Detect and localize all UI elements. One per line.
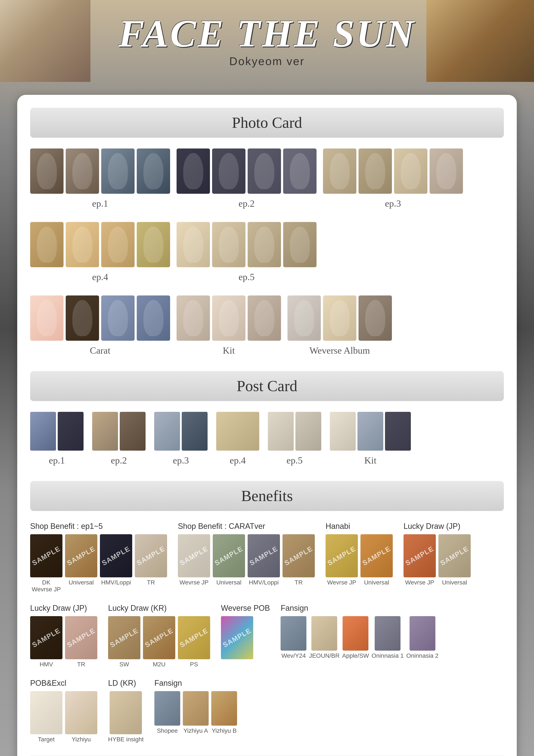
photocard-title: Photo Card	[39, 114, 495, 132]
postcard-ep5-1	[268, 412, 294, 451]
postcard-title: Post Card	[39, 377, 495, 395]
fansign1-sub-5: Oninnasia 2	[406, 652, 438, 659]
carat-cards	[30, 295, 170, 341]
postcard-ep5-label: ep.5	[287, 455, 303, 466]
fansign1-img-5	[410, 616, 435, 651]
postcard-kit-cards	[330, 412, 411, 451]
weverse-cards	[288, 295, 392, 341]
ep4-card-1	[30, 222, 64, 267]
ld-kr-img-3: SAMPLE	[178, 616, 210, 659]
ld-jp2-img-1: SAMPLE	[30, 616, 63, 659]
fansign2-card-3: Yizhiyu B	[211, 691, 237, 734]
photocard-section: Photo Card ep.1	[30, 108, 504, 356]
kit-label: Kit	[223, 345, 235, 356]
postcard-row: ep.1 ep.2 ep.3	[30, 412, 504, 466]
postcard-ep3-cards	[154, 412, 208, 451]
lucky-draw-kr-cards: SAMPLE SW SAMPLE M2U SAMPLE	[108, 616, 210, 668]
ep4-cards	[30, 222, 170, 267]
shop-ep-img-3: SAMPLE	[100, 534, 132, 577]
fansign2-sub-3: Yizhiyu B	[212, 727, 237, 734]
carat-benefit-sub-4: TR	[294, 579, 302, 586]
postcard-ep4-1	[216, 412, 259, 451]
postcard-ep5-group: ep.5	[268, 412, 321, 466]
ld-kr2-img-1	[110, 691, 142, 734]
postcard-section: Post Card ep.1 ep.2	[30, 371, 504, 466]
carat-benefit-img-1: SAMPLE	[178, 534, 210, 577]
ep3-card-2	[359, 148, 392, 194]
hanabi-sub-2: Universal	[364, 579, 389, 586]
fansign1-img-1	[281, 616, 306, 651]
ld-jp2-img-2: SAMPLE	[65, 616, 97, 659]
ld-kr-card-1: SAMPLE SW	[108, 616, 140, 668]
shop-ep-sub-3: HMV/Loppi	[101, 579, 131, 586]
carat-card-3: SAMPLE HMV/Loppi	[248, 534, 280, 586]
carat-benefit-sub-3: HMV/Loppi	[249, 579, 279, 586]
postcard-ep3-label: ep.3	[173, 455, 189, 466]
weverse-pob-card-1: SAMPLE	[221, 616, 253, 661]
ld-kr2-label: LD (KR)	[108, 679, 144, 688]
hero-section: FACE THE SUN Dokyeom ver	[0, 0, 534, 82]
carat-card-4: SAMPLE TR	[283, 534, 315, 586]
carat-card-3	[101, 295, 135, 341]
carat-benefit-sub-1: Wevrse JP	[180, 579, 209, 586]
ld-jp1-img-1: SAMPLE	[403, 534, 436, 577]
postcard-ep2-2	[120, 412, 145, 451]
shop-ep-img-4: SAMPLE	[135, 534, 167, 577]
shop-ep-card-2: SAMPLE Universal	[65, 534, 97, 593]
hanabi-cards: SAMPLE Wevrse JP SAMPLE Universal	[326, 534, 393, 586]
photocard-row-3: Carat Kit Weverse Album	[30, 295, 504, 356]
ld-kr2-group: LD (KR) HYBE insight	[108, 679, 144, 743]
ld-kr2-sub-1: HYBE insight	[108, 736, 144, 743]
photocard-header: Photo Card	[30, 108, 504, 138]
pob-excl-img-1	[30, 691, 63, 734]
fansign2-card-2: Yizhiyu A	[183, 691, 209, 734]
postcard-kit-label: Kit	[364, 455, 376, 466]
shop-ep-sub-1: DKWevrse JP	[32, 579, 61, 593]
lucky-draw-kr-group: Lucky Draw (KR) SAMPLE SW SAMPLE M2U	[108, 604, 210, 668]
ld-jp2-sub-1: HMV	[39, 661, 53, 668]
carat-card-4	[137, 295, 170, 341]
pob-excl-group: POB&Excl Target Yizhiyu	[30, 679, 97, 743]
ep4-card-2	[66, 222, 99, 267]
fansign2-img-3	[211, 691, 237, 726]
shop-benefit-carat-label: Shop Benefit : CARATver	[178, 522, 315, 531]
carat-card-1	[30, 295, 64, 341]
pob-excl-card-2: Yizhiyu	[65, 691, 97, 743]
ep4-card-3	[101, 222, 135, 267]
shop-ep-card-1: SAMPLE DKWevrse JP	[30, 534, 63, 593]
hanabi-card-1: SAMPLE Wevrse JP	[326, 534, 358, 586]
ep3-cards	[323, 148, 463, 194]
fansign2-sub-2: Yizhiyu A	[184, 727, 208, 734]
postcard-ep3-2	[182, 412, 208, 451]
ep2-label: ep.2	[239, 198, 255, 209]
fansign1-sub-3: Apple/SW	[342, 652, 369, 659]
postcard-ep5-2	[295, 412, 321, 451]
shop-ep-img-1: SAMPLE	[30, 534, 63, 577]
weverse-pob-cards: SAMPLE	[221, 616, 270, 661]
ep3-card-3	[394, 148, 427, 194]
lucky-draw-jp2-cards: SAMPLE HMV SAMPLE TR	[30, 616, 97, 668]
postcard-ep1-group: ep.1	[30, 412, 84, 466]
ld-kr-sub-1: SW	[119, 661, 129, 668]
shop-ep-card-3: SAMPLE HMV/Loppi	[100, 534, 132, 593]
ld-kr-img-2: SAMPLE	[143, 616, 175, 659]
weverse-card-2	[323, 295, 356, 341]
ep3-label: ep.3	[385, 198, 401, 209]
weverse-pob-label: Weverse POB	[221, 604, 270, 613]
ld-jp1-sub-1: Wevrse JP	[405, 579, 434, 586]
fansign1-sub-2: JEOUN/BR	[309, 652, 340, 659]
postcard-ep1-1	[30, 412, 56, 451]
postcard-ep3-1	[154, 412, 180, 451]
hanabi-img-1: SAMPLE	[326, 534, 358, 577]
ep2-card-2	[212, 148, 245, 194]
ep1-cards	[30, 148, 170, 194]
ld-jp2-card-1: SAMPLE HMV	[30, 616, 63, 668]
lucky-draw-jp1-group: Lucky Draw (JP) SAMPLE Wevrse JP SAMPLE …	[403, 522, 471, 586]
kit-group: Kit	[177, 295, 281, 356]
ep2-group: ep.2	[177, 148, 317, 209]
fansign2-img-2	[183, 691, 209, 726]
benefits-row-1: Shop Benefit : ep1~5 SAMPLE DKWevrse JP …	[30, 522, 504, 593]
weverse-pob-group: Weverse POB SAMPLE	[221, 604, 270, 661]
shop-benefit-ep-label: Shop Benefit : ep1~5	[30, 522, 167, 531]
fansign2-label: Fansign	[154, 679, 237, 688]
